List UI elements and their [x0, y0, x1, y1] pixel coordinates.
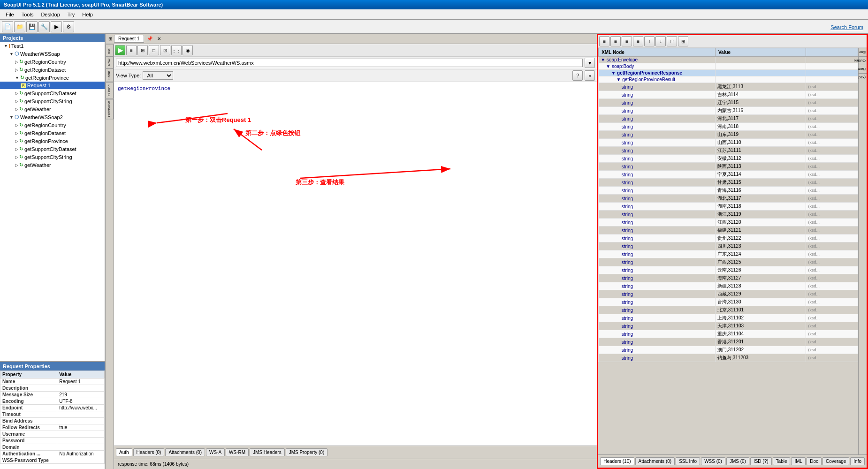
projects-tree[interactable]: ▼ I Test1 ▼ ⬡ WeatherWSSoap ▷ — [0, 42, 105, 361]
right-tab-info[interactable]: Info — [850, 457, 865, 465]
tab-pin-icon[interactable]: 📌 — [145, 36, 154, 41]
rvtab-3[interactable]: Raw — [859, 65, 867, 73]
req-btn-2[interactable]: ⊞ — [137, 45, 148, 55]
menu-try[interactable]: Try — [64, 11, 78, 18]
table-row[interactable]: string 湖北,31117 (xsd... — [599, 195, 858, 203]
run-button[interactable]: ▶ — [115, 45, 125, 55]
resp-btn-8[interactable]: ⊞ — [678, 36, 688, 46]
table-row[interactable]: string 甘肃,31115 (xsd... — [599, 179, 858, 187]
table-row[interactable]: string 台湾,31130 (xsd... — [599, 298, 858, 306]
table-row[interactable]: string 香港,311201 (xsd... — [599, 338, 858, 346]
tab-auth[interactable]: Auth — [116, 448, 132, 456]
resp-btn-2[interactable]: ≡ — [610, 36, 621, 46]
table-row[interactable]: string 广东,31124 (xsd... — [599, 250, 858, 258]
request-content[interactable]: getRegionProvince 第二步：点绿色按钮 — [114, 82, 597, 446]
table-row[interactable]: string 宁夏,31114 (xsd... — [599, 171, 858, 179]
req-btn-1[interactable]: ≡ — [126, 45, 137, 55]
rvtab-2[interactable]: Outline — [859, 56, 867, 65]
tab-attachments[interactable]: Attachments (0) — [165, 448, 205, 456]
tree-item-weatherws[interactable]: ▼ ⬡ WeatherWSSoap — [0, 50, 105, 58]
tab-jms-headers[interactable]: JMS Headers — [250, 448, 285, 456]
resp-btn-4[interactable]: ≡ — [633, 36, 643, 46]
tree-item-getsupportcitydataset[interactable]: ▷ ↻ getSupportCityDataset — [0, 89, 105, 97]
tab-jms-property[interactable]: JMS Property (0) — [286, 448, 328, 456]
vtab-raw[interactable]: Raw — [106, 56, 114, 68]
table-row[interactable]: string 山东,3119 (xsd... — [599, 131, 858, 139]
right-tab-attachments[interactable]: Attachments (0) — [635, 457, 675, 465]
vtab-overview[interactable]: Overview — [106, 99, 114, 119]
resp-btn-1[interactable]: ≡ — [599, 36, 609, 46]
req-btn-6[interactable]: ◉ — [183, 45, 193, 55]
resp-btn-7[interactable]: ↑↑ — [667, 36, 677, 46]
right-tab-doc[interactable]: Doc — [807, 457, 822, 465]
table-row[interactable]: string 河南,3118 (xsd... — [599, 123, 858, 131]
req-btn-3[interactable]: □ — [149, 45, 159, 55]
tree-item-getweather[interactable]: ▷ ↻ getWeather — [0, 105, 105, 113]
tree-item-getregioncountry2[interactable]: ▷ ↻ getRegionCountry — [0, 121, 105, 129]
table-row[interactable]: string 海南,31127 (xsd... — [599, 274, 858, 282]
right-tab-isd[interactable]: ISD (?) — [750, 457, 772, 465]
menu-tools[interactable]: Tools — [18, 11, 38, 18]
tree-item-getsupportcitystring[interactable]: ▷ ↻ getSupportCityString — [0, 97, 105, 105]
table-row[interactable]: string 辽宁,3115 (xsd... — [599, 99, 858, 107]
tree-item-weatherws2[interactable]: ▼ ⬡ WeatherWSSoap2 — [0, 113, 105, 121]
vtab-xml[interactable]: XML — [106, 44, 114, 56]
response-table[interactable]: XML Node Value ▼ soap:Envelope ▼ soap:Bo… — [598, 48, 858, 454]
rvtab-4[interactable]: (xsd — [859, 73, 867, 82]
right-tab-ssl[interactable]: SSL Info — [676, 457, 700, 465]
table-row[interactable]: string 云南,31126 (xsd... — [599, 266, 858, 274]
table-row[interactable]: string 内蒙古,3116 (xsd... — [599, 107, 858, 115]
table-row[interactable]: string 贵州,31122 (xsd... — [599, 234, 858, 242]
tree-item-request1[interactable]: R Request 1 — [0, 82, 105, 89]
table-row[interactable]: string 江苏,31111 (xsd... — [599, 147, 858, 155]
rvtab-1[interactable]: Env — [859, 48, 867, 56]
table-row[interactable]: string 上海,311102 (xsd... — [599, 314, 858, 322]
table-row[interactable]: string 青海,31116 (xsd... — [599, 187, 858, 195]
table-row[interactable]: string 四川,31123 (xsd... — [599, 242, 858, 250]
table-row[interactable]: string 钓鱼岛,311203 (xsd... — [599, 354, 858, 362]
help-btn[interactable]: ? — [572, 70, 583, 81]
table-row[interactable]: string 黑龙江,3113 (xsd... — [599, 83, 858, 91]
tree-item-getregionprovince[interactable]: ▼ ↻ getRegionProvince — [0, 74, 105, 82]
toolbar-new-btn[interactable]: 📄 — [2, 21, 13, 32]
table-row[interactable]: string 福建,31121 (xsd... — [599, 227, 858, 234]
table-row[interactable]: string 广西,31125 (xsd... — [599, 258, 858, 266]
props-scroll[interactable]: Property Value NameRequest 1DescriptionM… — [0, 371, 105, 464]
req-btn-5[interactable]: ⋮⋮ — [171, 45, 182, 55]
vtab-outline[interactable]: Outline — [106, 82, 114, 98]
tree-item-getsupportcitystring2[interactable]: ▷ ↻ getSupportCityString — [0, 153, 105, 161]
table-row[interactable]: string 陕西,31113 (xsd... — [599, 163, 858, 171]
toolbar-save-btn[interactable]: 💾 — [26, 21, 38, 32]
toolbar-btn6[interactable]: ⚙ — [63, 21, 74, 32]
table-row[interactable]: string 重庆,311104 (xsd... — [599, 330, 858, 338]
tab-wsrm[interactable]: WS-RM — [226, 448, 249, 456]
request1-tab[interactable]: Request 1 — [114, 35, 144, 43]
table-row[interactable]: string 天津,311103 (xsd... — [599, 322, 858, 330]
tab-close-icon[interactable]: ✕ — [155, 36, 163, 41]
table-row[interactable]: ▼ getRegionProvinceResult — [599, 76, 858, 83]
tree-item-getweather2[interactable]: ▷ ↻ getWeather — [0, 161, 105, 169]
resp-btn-5[interactable]: ↑ — [644, 36, 655, 46]
url-input[interactable] — [116, 59, 583, 67]
table-row[interactable]: string 新疆,31128 (xsd... — [599, 282, 858, 290]
expand-test1[interactable]: ▼ — [4, 44, 8, 48]
view-type-select[interactable]: All Raw Form Outline — [143, 71, 173, 80]
tab-headers[interactable]: Headers (0) — [133, 448, 165, 456]
vtab-form[interactable]: Form — [106, 68, 114, 82]
right-tab-iml[interactable]: IML — [791, 457, 806, 465]
toolbar-btn4[interactable]: 🔧 — [38, 21, 50, 32]
toolbar-open-btn[interactable]: 📁 — [14, 21, 25, 32]
tab-wsa[interactable]: WS-A — [206, 448, 225, 456]
table-row[interactable]: string 山西,31110 (xsd... — [599, 139, 858, 147]
table-row[interactable]: string 浙江,31119 (xsd... — [599, 211, 858, 219]
right-tab-headers[interactable]: Headers (10) — [600, 457, 634, 465]
tree-item-getregioncountry[interactable]: ▷ ↻ getRegionCountry — [0, 58, 105, 66]
resp-btn-3[interactable]: ≡ — [622, 36, 632, 46]
table-row[interactable]: ▼ soap:Body — [599, 63, 858, 70]
table-row[interactable]: string 湖南,31118 (xsd... — [599, 203, 858, 211]
resp-btn-6[interactable]: ↓ — [655, 36, 666, 46]
search-forum-link[interactable]: Search Forum — [830, 24, 863, 30]
menu-desktop[interactable]: Desktop — [37, 11, 63, 18]
menu-file[interactable]: File — [2, 11, 18, 18]
tree-item-getsupportcitydataset2[interactable]: ▷ ↻ getSupportCityDataset — [0, 145, 105, 153]
